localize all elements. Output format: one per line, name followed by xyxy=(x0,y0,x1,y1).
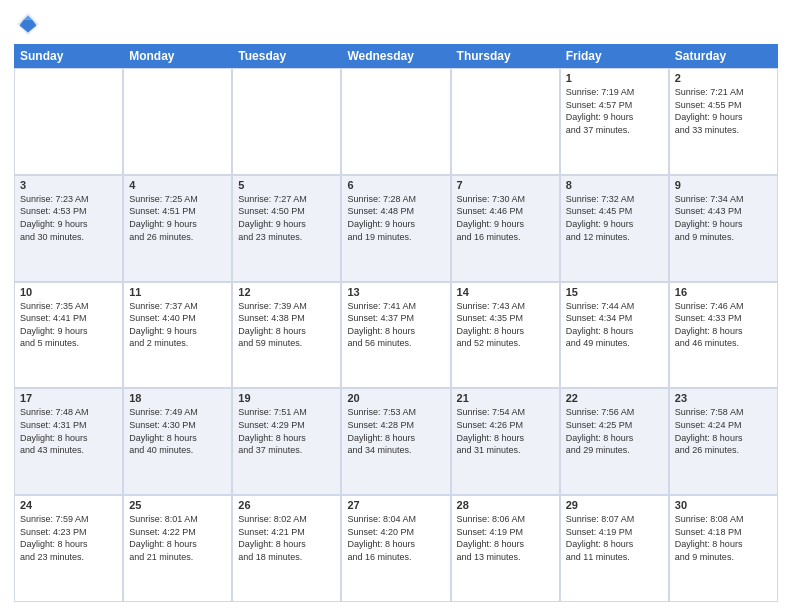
day-detail: Sunrise: 8:01 AM Sunset: 4:22 PM Dayligh… xyxy=(129,513,226,563)
calendar-week-4: 17Sunrise: 7:48 AM Sunset: 4:31 PM Dayli… xyxy=(14,388,778,495)
calendar-empty-cell xyxy=(14,68,123,175)
calendar-day-17: 17Sunrise: 7:48 AM Sunset: 4:31 PM Dayli… xyxy=(14,388,123,495)
day-number: 25 xyxy=(129,499,226,511)
calendar-day-24: 24Sunrise: 7:59 AM Sunset: 4:23 PM Dayli… xyxy=(14,495,123,602)
day-detail: Sunrise: 7:51 AM Sunset: 4:29 PM Dayligh… xyxy=(238,406,335,456)
header xyxy=(14,10,778,38)
day-detail: Sunrise: 7:32 AM Sunset: 4:45 PM Dayligh… xyxy=(566,193,663,243)
day-detail: Sunrise: 7:44 AM Sunset: 4:34 PM Dayligh… xyxy=(566,300,663,350)
calendar-day-13: 13Sunrise: 7:41 AM Sunset: 4:37 PM Dayli… xyxy=(341,282,450,389)
calendar-empty-cell xyxy=(123,68,232,175)
header-day-thursday: Thursday xyxy=(451,44,560,68)
day-number: 29 xyxy=(566,499,663,511)
day-number: 18 xyxy=(129,392,226,404)
calendar-day-28: 28Sunrise: 8:06 AM Sunset: 4:19 PM Dayli… xyxy=(451,495,560,602)
calendar-day-30: 30Sunrise: 8:08 AM Sunset: 4:18 PM Dayli… xyxy=(669,495,778,602)
day-detail: Sunrise: 8:08 AM Sunset: 4:18 PM Dayligh… xyxy=(675,513,772,563)
day-detail: Sunrise: 7:39 AM Sunset: 4:38 PM Dayligh… xyxy=(238,300,335,350)
day-detail: Sunrise: 7:21 AM Sunset: 4:55 PM Dayligh… xyxy=(675,86,772,136)
calendar-day-23: 23Sunrise: 7:58 AM Sunset: 4:24 PM Dayli… xyxy=(669,388,778,495)
header-day-tuesday: Tuesday xyxy=(232,44,341,68)
day-detail: Sunrise: 8:04 AM Sunset: 4:20 PM Dayligh… xyxy=(347,513,444,563)
calendar-day-2: 2Sunrise: 7:21 AM Sunset: 4:55 PM Daylig… xyxy=(669,68,778,175)
day-number: 17 xyxy=(20,392,117,404)
day-number: 10 xyxy=(20,286,117,298)
day-detail: Sunrise: 7:23 AM Sunset: 4:53 PM Dayligh… xyxy=(20,193,117,243)
calendar-empty-cell xyxy=(341,68,450,175)
day-number: 11 xyxy=(129,286,226,298)
day-detail: Sunrise: 7:41 AM Sunset: 4:37 PM Dayligh… xyxy=(347,300,444,350)
calendar-day-27: 27Sunrise: 8:04 AM Sunset: 4:20 PM Dayli… xyxy=(341,495,450,602)
day-number: 1 xyxy=(566,72,663,84)
calendar-day-11: 11Sunrise: 7:37 AM Sunset: 4:40 PM Dayli… xyxy=(123,282,232,389)
day-number: 5 xyxy=(238,179,335,191)
day-number: 13 xyxy=(347,286,444,298)
day-number: 27 xyxy=(347,499,444,511)
day-number: 28 xyxy=(457,499,554,511)
calendar-day-4: 4Sunrise: 7:25 AM Sunset: 4:51 PM Daylig… xyxy=(123,175,232,282)
calendar-day-10: 10Sunrise: 7:35 AM Sunset: 4:41 PM Dayli… xyxy=(14,282,123,389)
calendar-day-29: 29Sunrise: 8:07 AM Sunset: 4:19 PM Dayli… xyxy=(560,495,669,602)
day-detail: Sunrise: 7:30 AM Sunset: 4:46 PM Dayligh… xyxy=(457,193,554,243)
day-number: 6 xyxy=(347,179,444,191)
day-number: 4 xyxy=(129,179,226,191)
day-number: 26 xyxy=(238,499,335,511)
calendar-day-6: 6Sunrise: 7:28 AM Sunset: 4:48 PM Daylig… xyxy=(341,175,450,282)
calendar-day-19: 19Sunrise: 7:51 AM Sunset: 4:29 PM Dayli… xyxy=(232,388,341,495)
day-detail: Sunrise: 7:37 AM Sunset: 4:40 PM Dayligh… xyxy=(129,300,226,350)
logo-icon xyxy=(14,10,42,38)
header-day-monday: Monday xyxy=(123,44,232,68)
day-detail: Sunrise: 7:19 AM Sunset: 4:57 PM Dayligh… xyxy=(566,86,663,136)
day-number: 20 xyxy=(347,392,444,404)
calendar-day-3: 3Sunrise: 7:23 AM Sunset: 4:53 PM Daylig… xyxy=(14,175,123,282)
day-number: 23 xyxy=(675,392,772,404)
calendar-week-2: 3Sunrise: 7:23 AM Sunset: 4:53 PM Daylig… xyxy=(14,175,778,282)
day-detail: Sunrise: 8:02 AM Sunset: 4:21 PM Dayligh… xyxy=(238,513,335,563)
calendar-day-25: 25Sunrise: 8:01 AM Sunset: 4:22 PM Dayli… xyxy=(123,495,232,602)
day-detail: Sunrise: 7:25 AM Sunset: 4:51 PM Dayligh… xyxy=(129,193,226,243)
day-number: 14 xyxy=(457,286,554,298)
day-detail: Sunrise: 7:48 AM Sunset: 4:31 PM Dayligh… xyxy=(20,406,117,456)
calendar-empty-cell xyxy=(451,68,560,175)
day-number: 8 xyxy=(566,179,663,191)
logo xyxy=(14,10,46,38)
day-number: 24 xyxy=(20,499,117,511)
day-detail: Sunrise: 7:54 AM Sunset: 4:26 PM Dayligh… xyxy=(457,406,554,456)
calendar-day-26: 26Sunrise: 8:02 AM Sunset: 4:21 PM Dayli… xyxy=(232,495,341,602)
calendar-week-3: 10Sunrise: 7:35 AM Sunset: 4:41 PM Dayli… xyxy=(14,282,778,389)
day-number: 7 xyxy=(457,179,554,191)
calendar-day-14: 14Sunrise: 7:43 AM Sunset: 4:35 PM Dayli… xyxy=(451,282,560,389)
day-detail: Sunrise: 7:56 AM Sunset: 4:25 PM Dayligh… xyxy=(566,406,663,456)
calendar-day-7: 7Sunrise: 7:30 AM Sunset: 4:46 PM Daylig… xyxy=(451,175,560,282)
day-detail: Sunrise: 8:07 AM Sunset: 4:19 PM Dayligh… xyxy=(566,513,663,563)
header-day-friday: Friday xyxy=(560,44,669,68)
day-detail: Sunrise: 7:46 AM Sunset: 4:33 PM Dayligh… xyxy=(675,300,772,350)
calendar-day-18: 18Sunrise: 7:49 AM Sunset: 4:30 PM Dayli… xyxy=(123,388,232,495)
calendar-day-22: 22Sunrise: 7:56 AM Sunset: 4:25 PM Dayli… xyxy=(560,388,669,495)
header-day-wednesday: Wednesday xyxy=(341,44,450,68)
day-number: 16 xyxy=(675,286,772,298)
header-day-saturday: Saturday xyxy=(669,44,778,68)
day-number: 30 xyxy=(675,499,772,511)
day-detail: Sunrise: 7:35 AM Sunset: 4:41 PM Dayligh… xyxy=(20,300,117,350)
calendar-day-1: 1Sunrise: 7:19 AM Sunset: 4:57 PM Daylig… xyxy=(560,68,669,175)
calendar-body: 1Sunrise: 7:19 AM Sunset: 4:57 PM Daylig… xyxy=(14,68,778,602)
day-number: 3 xyxy=(20,179,117,191)
calendar-empty-cell xyxy=(232,68,341,175)
day-detail: Sunrise: 7:27 AM Sunset: 4:50 PM Dayligh… xyxy=(238,193,335,243)
page: SundayMondayTuesdayWednesdayThursdayFrid… xyxy=(0,0,792,612)
calendar-day-9: 9Sunrise: 7:34 AM Sunset: 4:43 PM Daylig… xyxy=(669,175,778,282)
day-detail: Sunrise: 7:34 AM Sunset: 4:43 PM Dayligh… xyxy=(675,193,772,243)
calendar-header: SundayMondayTuesdayWednesdayThursdayFrid… xyxy=(14,44,778,68)
calendar-day-5: 5Sunrise: 7:27 AM Sunset: 4:50 PM Daylig… xyxy=(232,175,341,282)
day-number: 15 xyxy=(566,286,663,298)
day-detail: Sunrise: 7:28 AM Sunset: 4:48 PM Dayligh… xyxy=(347,193,444,243)
calendar-week-1: 1Sunrise: 7:19 AM Sunset: 4:57 PM Daylig… xyxy=(14,68,778,175)
day-detail: Sunrise: 8:06 AM Sunset: 4:19 PM Dayligh… xyxy=(457,513,554,563)
day-detail: Sunrise: 7:49 AM Sunset: 4:30 PM Dayligh… xyxy=(129,406,226,456)
calendar-day-15: 15Sunrise: 7:44 AM Sunset: 4:34 PM Dayli… xyxy=(560,282,669,389)
day-number: 22 xyxy=(566,392,663,404)
calendar-week-5: 24Sunrise: 7:59 AM Sunset: 4:23 PM Dayli… xyxy=(14,495,778,602)
calendar-day-21: 21Sunrise: 7:54 AM Sunset: 4:26 PM Dayli… xyxy=(451,388,560,495)
day-detail: Sunrise: 7:43 AM Sunset: 4:35 PM Dayligh… xyxy=(457,300,554,350)
